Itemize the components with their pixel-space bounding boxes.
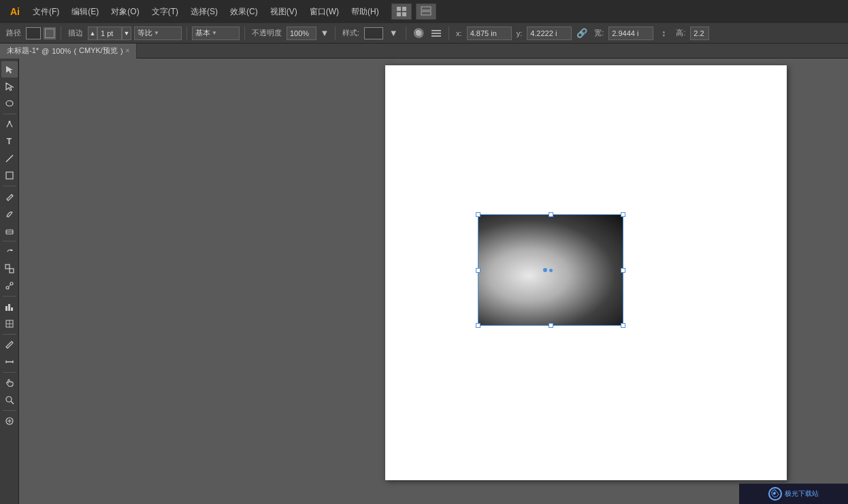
opacity-label: 不透明度 xyxy=(250,28,284,38)
opacity-dropdown-btn[interactable]: ▼ xyxy=(319,26,330,41)
pen-tool-btn[interactable] xyxy=(1,116,18,133)
brush-tool-btn[interactable] xyxy=(1,205,18,222)
tool-sep-3 xyxy=(3,241,16,241)
x-value[interactable]: 4.875 in xyxy=(467,27,512,40)
style-label: 样式: xyxy=(340,28,361,38)
rect-tool-btn[interactable] xyxy=(1,167,18,184)
watermark: 极光下载站 xyxy=(739,484,848,504)
tab-title: 未标题-1* xyxy=(7,46,39,56)
view-mode-btn[interactable] xyxy=(391,3,412,20)
options-bar: 路径 描边 ▲ 1 pt ▼ 等比▼ 基本▼ 不透明度 100% ▼ 样式: ▼… xyxy=(0,23,848,44)
h-label: 高: xyxy=(674,28,687,38)
stroke-size-stepper[interactable]: ▲ 1 pt ▼ xyxy=(88,27,131,40)
svg-point-11 xyxy=(6,101,13,106)
svg-line-34 xyxy=(11,401,14,404)
menu-edit[interactable]: 编辑(E) xyxy=(67,0,103,23)
y-label: y: xyxy=(515,29,525,37)
handle-br[interactable] xyxy=(621,323,625,328)
rotate-tool-btn[interactable] xyxy=(1,243,18,260)
stroke-decrement[interactable]: ▲ xyxy=(88,27,97,40)
w-label: 宽: xyxy=(592,28,606,38)
menu-help[interactable]: 帮助(H) xyxy=(347,0,383,23)
canvas-area[interactable] xyxy=(19,58,848,504)
tool-sep-1 xyxy=(3,114,16,114)
menu-select[interactable]: 选择(S) xyxy=(186,0,222,23)
measure-tool-btn[interactable] xyxy=(1,354,18,370)
eyedropper-tool-btn[interactable] xyxy=(1,337,18,353)
opacity-value[interactable]: 100% xyxy=(287,27,316,40)
stroke-swatch[interactable] xyxy=(44,27,56,39)
opacity-icon-btn[interactable]: 🔘 xyxy=(411,26,426,41)
stroke-style-select[interactable]: 基本▼ xyxy=(192,27,240,40)
tool-sep-6 xyxy=(3,372,16,373)
svg-rect-26 xyxy=(11,307,13,311)
gradient-rect[interactable] xyxy=(478,215,623,325)
svg-rect-3 xyxy=(402,12,406,16)
tab-zoom: @ xyxy=(42,47,49,55)
svg-rect-0 xyxy=(397,7,401,11)
blend-tool-btn[interactable] xyxy=(1,278,18,294)
hand-tool-btn[interactable] xyxy=(1,375,18,391)
selection-tool-btn[interactable] xyxy=(1,61,18,78)
pencil-tool-btn[interactable] xyxy=(1,188,18,205)
svg-marker-9 xyxy=(6,66,13,73)
menu-effect[interactable]: 效果(C) xyxy=(226,0,262,23)
handle-tl[interactable] xyxy=(476,212,480,217)
watermark-icon xyxy=(768,487,782,501)
center-dot xyxy=(549,269,553,272)
handle-tc[interactable] xyxy=(549,212,553,217)
svg-rect-7 xyxy=(431,33,441,34)
gradient-rect-container[interactable] xyxy=(478,215,623,325)
stroke-value[interactable]: 1 pt xyxy=(97,27,122,40)
extra-tool-btn[interactable] xyxy=(1,413,18,429)
direct-selection-tool-btn[interactable] xyxy=(1,78,18,95)
menu-type[interactable]: 文字(T) xyxy=(148,0,182,23)
line-tool-btn[interactable] xyxy=(1,150,18,167)
path-label: 路径 xyxy=(4,28,23,38)
svg-line-23 xyxy=(8,284,11,287)
link-proportions-btn[interactable]: 🔗 xyxy=(574,26,589,41)
handle-bc[interactable] xyxy=(549,323,553,328)
stroke-type-select[interactable]: 等比▼ xyxy=(134,27,182,40)
handle-ml[interactable] xyxy=(476,268,480,273)
menu-file[interactable]: 文件(F) xyxy=(29,0,63,23)
ai-logo: Ai xyxy=(5,0,25,23)
zoom-view-btn[interactable] xyxy=(1,392,18,408)
handle-tr[interactable] xyxy=(621,212,625,217)
main-area: T xyxy=(0,58,848,504)
arrange-btn[interactable] xyxy=(416,3,436,20)
style-dropdown-btn[interactable]: ▼ xyxy=(386,26,401,41)
watermark-text: 极光下载站 xyxy=(785,489,819,499)
h-value[interactable]: 2.2 xyxy=(690,27,709,40)
gradient-center-handle[interactable] xyxy=(543,268,547,272)
fill-swatch[interactable] xyxy=(26,27,41,39)
eraser-tool-btn[interactable] xyxy=(1,222,18,239)
svg-point-33 xyxy=(6,397,12,402)
tool-sep-7 xyxy=(3,410,16,411)
lasso-tool-btn[interactable] xyxy=(1,95,18,112)
stroke-increment[interactable]: ▼ xyxy=(122,27,131,40)
type-tool-btn[interactable]: T xyxy=(1,133,18,150)
menu-object[interactable]: 对象(O) xyxy=(107,0,143,23)
tool-sep-4 xyxy=(3,296,16,297)
w-value[interactable]: 2.9444 i xyxy=(608,27,653,40)
tab-close-btn[interactable]: × xyxy=(126,47,130,54)
menu-view[interactable]: 视图(V) xyxy=(266,0,301,23)
align-btn[interactable] xyxy=(429,26,444,41)
style-swatch[interactable] xyxy=(364,27,383,39)
scale-tool-btn[interactable] xyxy=(1,261,18,277)
menu-window[interactable]: 窗口(W) xyxy=(306,0,343,23)
svg-rect-19 xyxy=(5,265,10,269)
handle-mr[interactable] xyxy=(621,268,625,273)
svg-rect-4 xyxy=(421,7,431,10)
svg-line-13 xyxy=(6,155,13,162)
height-icon: ↕ xyxy=(656,26,671,41)
svg-rect-6 xyxy=(431,30,441,31)
handle-bl[interactable] xyxy=(476,323,480,328)
slice-tool-btn[interactable] xyxy=(1,316,18,332)
tool-sep-5 xyxy=(3,334,16,335)
document-tab[interactable]: 未标题-1* @ 100% ( CMYK/预览 ) × xyxy=(0,44,137,58)
y-value[interactable]: 4.2222 i xyxy=(527,27,572,40)
tab-bar: 未标题-1* @ 100% ( CMYK/预览 ) × xyxy=(0,44,848,58)
column-chart-btn[interactable] xyxy=(1,299,18,315)
